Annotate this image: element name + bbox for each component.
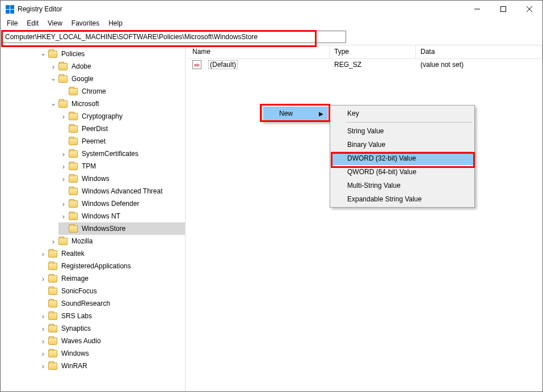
folder-icon [69,88,78,95]
expander-icon[interactable] [39,349,47,358]
expander-icon[interactable] [39,362,47,370]
menu-label: DWORD (32-bit) Value [347,154,416,162]
expander-icon[interactable] [49,100,57,108]
tree-item-waves[interactable]: Waves Audio [38,335,185,347]
expander-icon[interactable] [49,237,57,246]
tree-item-sound[interactable]: SoundResearch [38,297,185,310]
col-name[interactable]: Name [188,45,330,58]
expander-icon[interactable] [39,312,47,321]
menu-label: Key [347,109,359,117]
tree-item-peernet[interactable]: Peernet [58,135,185,147]
tree-item-mozilla[interactable]: Mozilla [48,235,185,247]
expander-icon[interactable] [39,50,47,58]
tree-label: Microsoft [70,99,101,108]
tree-item-wnt[interactable]: Windows NT [58,210,185,222]
folder-icon [69,138,78,145]
context-menu: New ▶ [262,105,330,122]
menu-favorites[interactable]: Favorites [68,18,103,28]
tree-item-chrome[interactable]: Chrome [58,85,185,98]
tree-item-peerdist[interactable]: PeerDist [58,123,185,135]
tree-item-windows2[interactable]: Windows [38,347,185,360]
tree-label: Chrome [80,87,108,96]
folder-icon [48,363,57,370]
menu-item-binary[interactable]: Binary Value [331,138,473,151]
tree-item-sonic[interactable]: SonicFocus [38,285,185,297]
tree-label: SRS Labs [60,311,94,321]
tree-item-google[interactable]: Google [48,73,185,85]
menu-edit[interactable]: Edit [23,18,43,28]
expander-icon[interactable] [49,62,57,71]
value-row[interactable]: ab (Default) REG_SZ (value not set) [188,59,542,70]
tree-label: Cryptography [80,112,124,121]
expander-icon[interactable] [60,162,68,171]
tree-item-regapps[interactable]: RegisteredApplications [38,260,185,272]
folder-icon [69,150,78,158]
expander-icon[interactable] [39,275,47,283]
tree-item-winrar[interactable]: WinRAR [38,360,185,372]
tree-item-synaptics[interactable]: Synaptics [38,322,185,335]
tree-item-wat[interactable]: Windows Advanced Threat [58,185,185,197]
tree-item-microsoft[interactable]: Microsoft [48,98,185,110]
tree-label: TPM [80,162,98,171]
close-button[interactable] [516,1,542,18]
window-title: Registry Editor [18,5,62,13]
folder-icon [69,163,78,170]
tree-label: PeerDist [80,124,110,133]
expander-icon[interactable] [39,324,47,333]
menu-item-multistring[interactable]: Multi-String Value [331,179,473,192]
menu-item-new[interactable]: New ▶ [263,107,328,120]
folder-icon [69,213,78,220]
expander-icon[interactable] [60,200,68,208]
expander-icon[interactable] [60,150,68,158]
expander-icon[interactable] [60,175,68,183]
tree-item-reimage[interactable]: Reimage [38,272,185,285]
tree-item-tpm[interactable]: TPM [58,160,185,172]
menu-help[interactable]: Help [104,18,127,28]
submenu-arrow-icon: ▶ [319,111,323,117]
tree-item-realtek[interactable]: Realtek [38,247,185,260]
folder-icon [69,125,78,133]
col-data[interactable]: Data [416,45,542,58]
tree-item-adobe[interactable]: Adobe [48,60,185,73]
values-pane[interactable]: Name Type Data ab (Default) REG_SZ (valu… [188,45,542,391]
folder-icon [69,225,78,233]
folder-icon [69,113,78,120]
expander-icon[interactable] [39,250,47,258]
folder-icon [48,300,57,307]
tree-item-windowsstore[interactable]: WindowsStore [58,222,185,235]
menu-item-qword[interactable]: QWORD (64-bit) Value [331,165,473,179]
tree-item-srs[interactable]: SRS Labs [38,310,185,322]
tree-item-cryptography[interactable]: Cryptography [58,110,185,123]
tree-label: SoundResearch [60,299,112,308]
expander-icon[interactable] [60,112,68,121]
menu-item-dword[interactable]: DWORD (32-bit) Value [331,151,473,165]
col-type[interactable]: Type [330,45,416,58]
tree-label: WinRAR [60,361,89,370]
menu-view[interactable]: View [44,18,66,28]
tree-item-policies[interactable]: Policies [38,48,185,60]
expander-icon[interactable] [49,75,57,83]
tree-item-systemcertificates[interactable]: SystemCertificates [58,147,185,160]
menu-label: New [279,109,293,117]
tree-pane[interactable]: Policies Adobe Google Chrome Microsoft C… [1,45,186,391]
menu-item-expandable[interactable]: Expandable String Value [331,192,473,206]
tree-label: SonicFocus [60,286,99,296]
menu-file[interactable]: File [3,18,22,28]
address-input[interactable]: Computer\HKEY_LOCAL_MACHINE\SOFTWARE\Pol… [2,31,346,43]
folder-icon [69,188,78,195]
tree-label: Policies [60,49,86,58]
value-name: (Default) [208,60,238,69]
folder-icon [48,275,57,283]
menu-item-key[interactable]: Key [331,107,473,120]
tree-label: WindowsStore [80,224,127,233]
minimize-button[interactable] [464,1,490,18]
tree-item-windows[interactable]: Windows [58,172,185,185]
maximize-button[interactable] [490,1,516,18]
tree-item-wdef[interactable]: Windows Defender [58,197,185,210]
expander-icon[interactable] [60,212,68,221]
menu-item-string[interactable]: String Value [331,124,473,138]
tree-label: Peernet [80,137,107,146]
tree-label: Reimage [60,274,90,283]
expander-icon[interactable] [39,337,47,345]
menu-label: Expandable String Value [347,195,422,203]
